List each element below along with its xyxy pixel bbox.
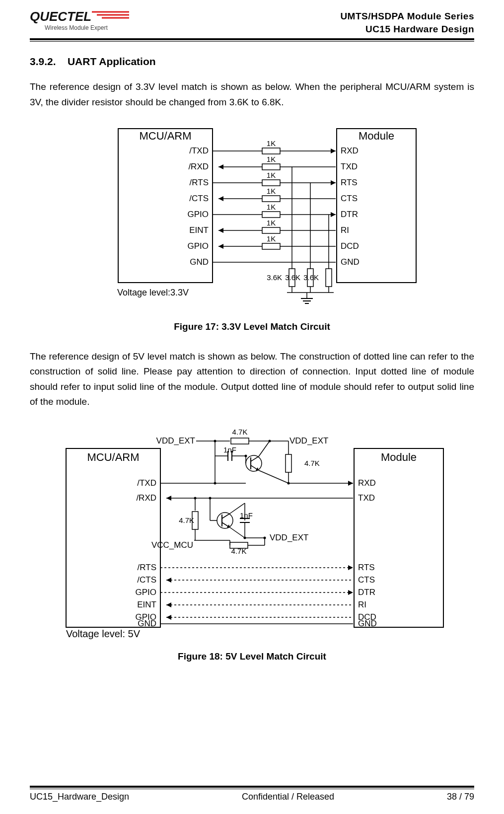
figure-17-caption: Figure 17: 3.3V Level Match Circuit <box>174 321 330 332</box>
mod-pin: RXD <box>358 478 376 488</box>
mod-pin: CTS <box>341 194 358 203</box>
section-number: 3.9.2. <box>30 56 56 67</box>
series-r-label: 1K <box>266 171 275 179</box>
mcu-pin: /TXD <box>189 146 209 155</box>
footer-rule-thick <box>30 786 474 788</box>
vdd-ext-label: VDD_EXT <box>156 436 195 445</box>
mcu-pin: EINT <box>137 600 156 609</box>
mod-pin: GND <box>358 619 377 628</box>
series-r-label: 1K <box>266 187 275 195</box>
div-r-label: 3.6K <box>303 273 319 282</box>
series-r-label: 1K <box>266 139 275 148</box>
mcu-pin: /CTS <box>137 575 156 585</box>
voltage-note: Voltage level:3.3V <box>117 288 189 297</box>
series-r-label: 1K <box>266 203 275 211</box>
mcu-title: MCU/ARM <box>139 130 191 142</box>
mod-pin: TXD <box>358 493 375 503</box>
voltage-note: Voltage level: 5V <box>66 628 141 639</box>
paragraph-2: The reference design of 5V level match i… <box>30 349 474 410</box>
mod-pin: RI <box>358 600 366 609</box>
figure-17-svg: MCU/ARM Module /TXD 1K RXD /RXD 1K TXD /… <box>78 124 426 312</box>
mcu-pin: GPIO <box>187 241 209 251</box>
svg-rect-41 <box>354 448 443 627</box>
mod-pin: DTR <box>341 210 358 219</box>
svg-text:QUECTEL: QUECTEL <box>30 10 91 24</box>
module-title: Module <box>358 130 394 142</box>
mod-pin: DCD <box>341 241 359 251</box>
mcu-pin: /RTS <box>189 178 208 187</box>
series-label: UMTS/HSDPA Module Series <box>340 10 474 23</box>
mcu-pin: GPIO <box>135 588 156 597</box>
page-header: QUECTEL Wireless Module Expert UMTS/HSDP… <box>30 10 474 35</box>
mcu-pin: /RTS <box>137 563 156 572</box>
footer-right: 38 / 79 <box>447 792 474 802</box>
mcu-pin: /CTS <box>189 194 209 203</box>
mcu-pin: /RXD <box>188 162 209 171</box>
section-title: UART Application <box>68 56 156 67</box>
series-r-label: 1K <box>266 155 275 163</box>
vdd-ext-label: VDD_EXT <box>289 436 328 445</box>
mod-pin: RI <box>341 225 349 235</box>
mcu-pin: EINT <box>189 225 209 235</box>
design-label: UC15 Hardware Design <box>340 23 474 36</box>
figure-18-wrap: MCU/ARM Module VDD_EXT 4.7K 1nF VDD_EXT … <box>30 424 474 662</box>
div-r-label: 3.6K <box>285 273 300 282</box>
mcu-pin: GPIO <box>187 210 209 219</box>
header-rule-thin <box>30 41 474 42</box>
c1nf-label: 1nF <box>223 445 236 454</box>
header-right: UMTS/HSDPA Module Series UC15 Hardware D… <box>340 10 474 35</box>
mcu-pin: /RXD <box>136 493 156 503</box>
svg-line-56 <box>259 470 288 483</box>
quectel-logo: QUECTEL Wireless Module Expert <box>30 10 134 33</box>
div-r-label: 3.6K <box>267 273 282 282</box>
page-footer: UC15_Hardware_Design Confidential / Rele… <box>30 792 474 802</box>
paragraph-1: The reference design of 3.3V level match… <box>30 79 474 110</box>
series-r-label: 1K <box>266 219 275 227</box>
figure-17-wrap: MCU/ARM Module /TXD 1K RXD /RXD 1K TXD /… <box>30 124 474 332</box>
footer-rule-thin <box>30 789 474 789</box>
section-heading: 3.9.2. UART Application <box>30 56 474 68</box>
r47k-label: 4.7K <box>231 547 246 555</box>
mod-pin: CTS <box>358 575 375 585</box>
svg-line-75 <box>230 527 245 538</box>
logo-tagline: Wireless Module Expert <box>45 24 108 31</box>
mod-pin: GND <box>341 257 360 267</box>
footer-left: UC15_Hardware_Design <box>30 792 129 802</box>
c1nf-label: 1nF <box>240 511 253 519</box>
r47k-label: 4.7K <box>179 516 194 524</box>
figure-18-svg: MCU/ARM Module VDD_EXT 4.7K 1nF VDD_EXT … <box>46 424 458 642</box>
mcu-title: MCU/ARM <box>87 451 139 463</box>
mcu-pin: /TXD <box>137 478 156 488</box>
module-title: Module <box>380 451 416 463</box>
footer-center: Confidential / Released <box>242 792 334 802</box>
r47k-label: 4.7K <box>304 459 320 467</box>
series-r-label: 1K <box>266 234 275 243</box>
header-rule-thick <box>30 38 474 40</box>
vcc-mcu-label: VCC_MCU <box>151 540 193 550</box>
mcu-pin: GND <box>190 257 209 267</box>
mcu-pin: GND <box>138 619 156 628</box>
mod-pin: RXD <box>341 146 359 155</box>
vdd-ext-label: VDD_EXT <box>270 533 308 542</box>
r47k-label: 4.7K <box>232 428 247 436</box>
mod-pin: DTR <box>358 588 375 597</box>
svg-line-50 <box>259 441 270 456</box>
mod-pin: RTS <box>358 563 375 572</box>
logo-block: QUECTEL Wireless Module Expert <box>30 10 134 33</box>
mod-pin: TXD <box>341 162 358 171</box>
mod-pin: RTS <box>341 178 358 187</box>
svg-point-80 <box>263 536 266 539</box>
figure-18-caption: Figure 18: 5V Level Match Circuit <box>178 651 326 662</box>
svg-point-70 <box>209 497 211 499</box>
